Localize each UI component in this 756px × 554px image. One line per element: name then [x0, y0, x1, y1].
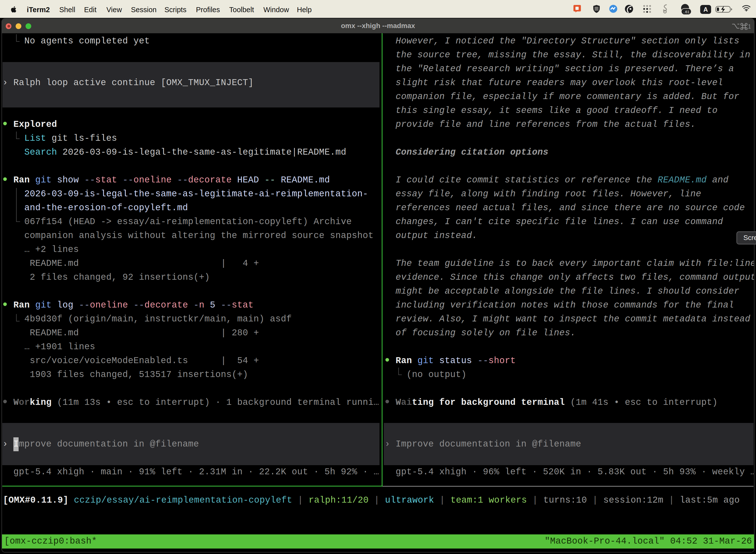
svg-text:A: A [703, 6, 708, 13]
svg-text:1: 1 [748, 23, 751, 30]
svg-text:..61: ..61 [683, 10, 689, 14]
